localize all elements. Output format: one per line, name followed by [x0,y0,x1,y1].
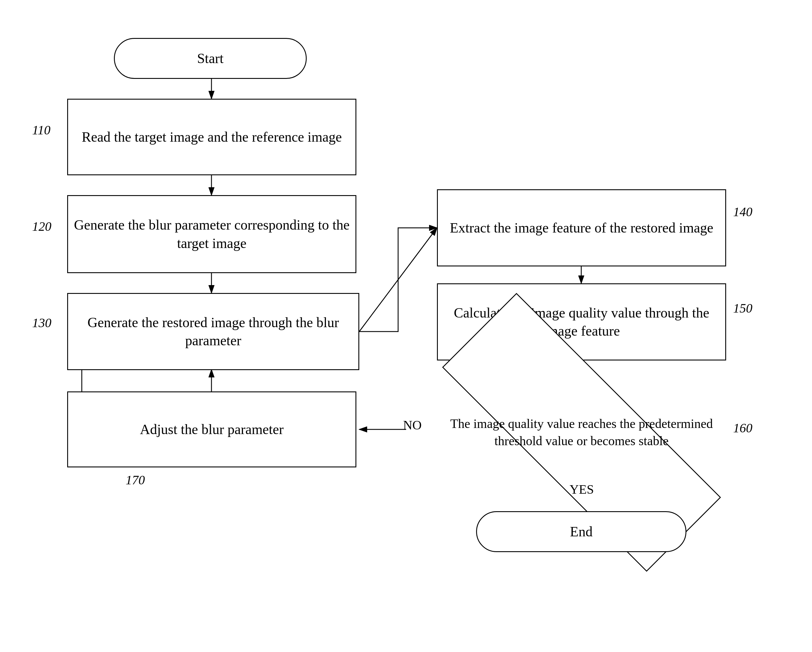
step-170-label: 170 [125,473,145,487]
box-110: Read the target image and the reference … [67,99,356,175]
no-label: NO [403,418,422,433]
step-110-label: 110 [32,123,50,137]
step-120-label: 120 [32,219,51,234]
box-170: Adjust the blur parameter [67,391,356,467]
step-150-label: 150 [733,301,752,316]
yes-label: YES [569,482,594,497]
step-160-label: 160 [733,421,752,435]
diamond-160-text: The image quality value reaches the pred… [437,409,726,456]
end-node: End [476,511,687,552]
end-label: End [570,522,592,541]
box-140: Extract the image feature of the restore… [437,189,726,266]
diamond-160: The image quality value reaches the pred… [437,380,726,485]
svg-line-4 [359,228,437,331]
step-140-label: 140 [733,205,752,219]
box-120: Generate the blur parameter correspondin… [67,195,356,273]
box-130: Generate the restored image through the … [67,293,359,370]
start-node: Start [114,38,307,79]
start-label: Start [197,49,224,67]
step-130-label: 130 [32,316,51,330]
